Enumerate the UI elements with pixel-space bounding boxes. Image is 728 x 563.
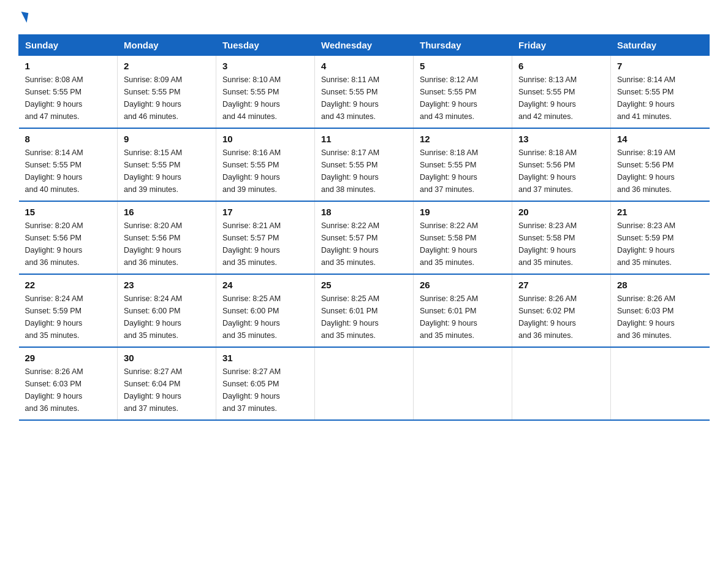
day-number: 17 xyxy=(222,207,308,217)
calendar-cell: 7 Sunrise: 8:14 AMSunset: 5:55 PMDayligh… xyxy=(611,56,710,129)
calendar-week-3: 15 Sunrise: 8:20 AMSunset: 5:56 PMDaylig… xyxy=(19,201,710,274)
calendar-cell: 6 Sunrise: 8:13 AMSunset: 5:55 PMDayligh… xyxy=(512,56,611,129)
calendar-cell: 8 Sunrise: 8:14 AMSunset: 5:55 PMDayligh… xyxy=(19,128,118,201)
calendar-header: SundayMondayTuesdayWednesdayThursdayFrid… xyxy=(19,35,710,56)
page-header xyxy=(18,12,710,23)
calendar-cell: 4 Sunrise: 8:11 AMSunset: 5:55 PMDayligh… xyxy=(315,56,414,129)
day-info: Sunrise: 8:26 AMSunset: 6:02 PMDaylight:… xyxy=(518,293,604,342)
calendar-cell: 27 Sunrise: 8:26 AMSunset: 6:02 PMDaylig… xyxy=(512,274,611,347)
calendar-week-2: 8 Sunrise: 8:14 AMSunset: 5:55 PMDayligh… xyxy=(19,128,710,201)
calendar-cell: 2 Sunrise: 8:09 AMSunset: 5:55 PMDayligh… xyxy=(118,56,216,129)
calendar-cell: 28 Sunrise: 8:26 AMSunset: 6:03 PMDaylig… xyxy=(611,274,710,347)
day-number: 4 xyxy=(321,61,407,71)
calendar-cell: 19 Sunrise: 8:22 AMSunset: 5:58 PMDaylig… xyxy=(414,201,512,274)
day-info: Sunrise: 8:22 AMSunset: 5:57 PMDaylight:… xyxy=(321,220,407,269)
calendar-cell: 15 Sunrise: 8:20 AMSunset: 5:56 PMDaylig… xyxy=(19,201,118,274)
logo-arrow-icon xyxy=(20,12,29,23)
calendar-cell: 16 Sunrise: 8:20 AMSunset: 5:56 PMDaylig… xyxy=(118,201,216,274)
day-number: 26 xyxy=(420,280,506,290)
day-number: 24 xyxy=(222,280,308,290)
calendar-cell: 23 Sunrise: 8:24 AMSunset: 6:00 PMDaylig… xyxy=(118,274,216,347)
calendar-cell: 29 Sunrise: 8:26 AMSunset: 6:03 PMDaylig… xyxy=(19,347,118,420)
day-info: Sunrise: 8:13 AMSunset: 5:55 PMDaylight:… xyxy=(518,74,604,123)
day-info: Sunrise: 8:22 AMSunset: 5:58 PMDaylight:… xyxy=(420,220,506,269)
calendar-cell: 26 Sunrise: 8:25 AMSunset: 6:01 PMDaylig… xyxy=(414,274,512,347)
day-info: Sunrise: 8:15 AMSunset: 5:55 PMDaylight:… xyxy=(124,147,210,196)
calendar-cell: 11 Sunrise: 8:17 AMSunset: 5:55 PMDaylig… xyxy=(315,128,414,201)
day-info: Sunrise: 8:12 AMSunset: 5:55 PMDaylight:… xyxy=(420,74,506,123)
calendar-cell xyxy=(512,347,611,420)
day-info: Sunrise: 8:20 AMSunset: 5:56 PMDaylight:… xyxy=(25,220,112,269)
day-info: Sunrise: 8:25 AMSunset: 6:01 PMDaylight:… xyxy=(420,293,506,342)
day-number: 5 xyxy=(420,61,506,71)
day-info: Sunrise: 8:23 AMSunset: 5:58 PMDaylight:… xyxy=(518,220,604,269)
day-info: Sunrise: 8:19 AMSunset: 5:56 PMDaylight:… xyxy=(617,147,703,196)
day-info: Sunrise: 8:24 AMSunset: 5:59 PMDaylight:… xyxy=(25,293,112,342)
day-info: Sunrise: 8:16 AMSunset: 5:55 PMDaylight:… xyxy=(222,147,308,196)
day-number: 20 xyxy=(518,207,604,217)
day-number: 30 xyxy=(124,353,210,363)
day-number: 22 xyxy=(25,280,112,290)
column-header-saturday: Saturday xyxy=(611,35,710,56)
day-info: Sunrise: 8:25 AMSunset: 6:00 PMDaylight:… xyxy=(222,293,308,342)
day-info: Sunrise: 8:18 AMSunset: 5:55 PMDaylight:… xyxy=(420,147,506,196)
day-info: Sunrise: 8:18 AMSunset: 5:56 PMDaylight:… xyxy=(518,147,604,196)
calendar-cell: 13 Sunrise: 8:18 AMSunset: 5:56 PMDaylig… xyxy=(512,128,611,201)
calendar-table: SundayMondayTuesdayWednesdayThursdayFrid… xyxy=(18,34,710,421)
column-header-thursday: Thursday xyxy=(414,35,512,56)
day-number: 19 xyxy=(420,207,506,217)
calendar-cell: 21 Sunrise: 8:23 AMSunset: 5:59 PMDaylig… xyxy=(611,201,710,274)
day-number: 9 xyxy=(124,134,210,144)
column-header-wednesday: Wednesday xyxy=(315,35,414,56)
day-number: 13 xyxy=(518,134,604,144)
column-header-friday: Friday xyxy=(512,35,611,56)
day-number: 11 xyxy=(321,134,407,144)
calendar-cell: 3 Sunrise: 8:10 AMSunset: 5:55 PMDayligh… xyxy=(216,56,315,129)
day-number: 21 xyxy=(617,207,703,217)
calendar-cell: 25 Sunrise: 8:25 AMSunset: 6:01 PMDaylig… xyxy=(315,274,414,347)
day-info: Sunrise: 8:27 AMSunset: 6:04 PMDaylight:… xyxy=(124,366,210,415)
calendar-cell: 12 Sunrise: 8:18 AMSunset: 5:55 PMDaylig… xyxy=(414,128,512,201)
calendar-cell: 5 Sunrise: 8:12 AMSunset: 5:55 PMDayligh… xyxy=(414,56,512,129)
day-number: 8 xyxy=(25,134,112,144)
day-info: Sunrise: 8:21 AMSunset: 5:57 PMDaylight:… xyxy=(222,220,308,269)
calendar-cell: 18 Sunrise: 8:22 AMSunset: 5:57 PMDaylig… xyxy=(315,201,414,274)
day-info: Sunrise: 8:17 AMSunset: 5:55 PMDaylight:… xyxy=(321,147,407,196)
day-number: 29 xyxy=(25,353,112,363)
day-number: 16 xyxy=(124,207,210,217)
calendar-cell: 10 Sunrise: 8:16 AMSunset: 5:55 PMDaylig… xyxy=(216,128,315,201)
day-info: Sunrise: 8:14 AMSunset: 5:55 PMDaylight:… xyxy=(617,74,703,123)
day-number: 23 xyxy=(124,280,210,290)
calendar-body: 1 Sunrise: 8:08 AMSunset: 5:55 PMDayligh… xyxy=(19,56,710,421)
day-number: 2 xyxy=(124,61,210,71)
calendar-cell: 20 Sunrise: 8:23 AMSunset: 5:58 PMDaylig… xyxy=(512,201,611,274)
day-number: 14 xyxy=(617,134,703,144)
day-info: Sunrise: 8:09 AMSunset: 5:55 PMDaylight:… xyxy=(124,74,210,123)
day-info: Sunrise: 8:27 AMSunset: 6:05 PMDaylight:… xyxy=(222,366,308,415)
day-number: 28 xyxy=(617,280,703,290)
day-info: Sunrise: 8:08 AMSunset: 5:55 PMDaylight:… xyxy=(25,74,112,123)
calendar-cell xyxy=(611,347,710,420)
calendar-cell xyxy=(315,347,414,420)
column-header-tuesday: Tuesday xyxy=(216,35,315,56)
day-info: Sunrise: 8:11 AMSunset: 5:55 PMDaylight:… xyxy=(321,74,407,123)
day-number: 31 xyxy=(222,353,308,363)
calendar-cell: 14 Sunrise: 8:19 AMSunset: 5:56 PMDaylig… xyxy=(611,128,710,201)
calendar-cell: 9 Sunrise: 8:15 AMSunset: 5:55 PMDayligh… xyxy=(118,128,216,201)
day-info: Sunrise: 8:26 AMSunset: 6:03 PMDaylight:… xyxy=(617,293,703,342)
day-info: Sunrise: 8:26 AMSunset: 6:03 PMDaylight:… xyxy=(25,366,112,415)
day-info: Sunrise: 8:20 AMSunset: 5:56 PMDaylight:… xyxy=(124,220,210,269)
day-info: Sunrise: 8:25 AMSunset: 6:01 PMDaylight:… xyxy=(321,293,407,342)
day-number: 27 xyxy=(518,280,604,290)
calendar-cell: 22 Sunrise: 8:24 AMSunset: 5:59 PMDaylig… xyxy=(19,274,118,347)
day-number: 12 xyxy=(420,134,506,144)
day-number: 15 xyxy=(25,207,112,217)
day-number: 3 xyxy=(222,61,308,71)
day-number: 6 xyxy=(518,61,604,71)
calendar-cell: 1 Sunrise: 8:08 AMSunset: 5:55 PMDayligh… xyxy=(19,56,118,129)
calendar-cell: 30 Sunrise: 8:27 AMSunset: 6:04 PMDaylig… xyxy=(118,347,216,420)
day-info: Sunrise: 8:14 AMSunset: 5:55 PMDaylight:… xyxy=(25,147,112,196)
day-number: 18 xyxy=(321,207,407,217)
day-number: 1 xyxy=(25,61,112,71)
calendar-week-1: 1 Sunrise: 8:08 AMSunset: 5:55 PMDayligh… xyxy=(19,56,710,129)
